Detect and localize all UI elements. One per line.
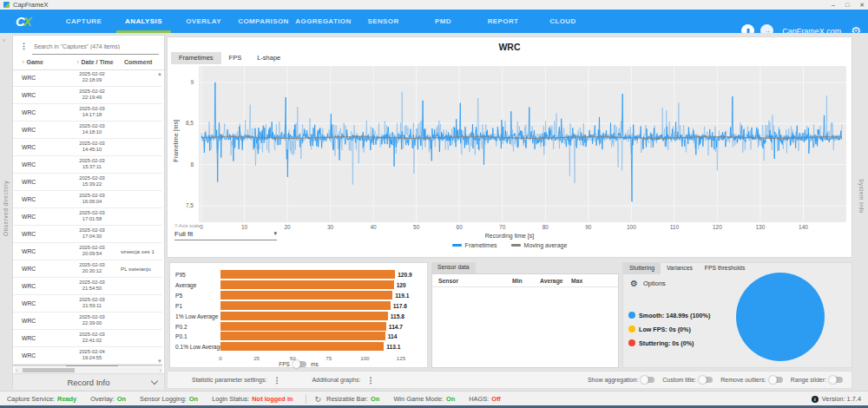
nav-tab-sensor[interactable]: SENSOR [353,10,413,33]
toggle-switch[interactable] [642,377,654,383]
observed-directory-vertical-label[interactable]: Observed directory [3,181,9,236]
sort-arrow-icon[interactable]: ↑ [76,59,80,65]
bar-label: P95 [175,272,186,278]
capture-list-menu-icon[interactable]: ⋮ [20,42,28,50]
capture-row[interactable]: WRC2025-02-0222:19:49 [13,87,162,104]
capture-row[interactable]: WRC2025-02-0314:45:10 [13,139,162,156]
toggle-switch[interactable] [831,377,843,383]
legend-item: Moving average [511,242,568,248]
info-icon[interactable]: i [812,396,819,403]
scrollbar-thumb[interactable] [23,368,75,372]
bar-label: P0.2 [175,324,187,330]
capture-row[interactable]: WRC2025-02-0317:01:58 [13,208,162,226]
status-item: Sensor Logging:On [140,395,198,403]
bar[interactable] [220,280,394,289]
nav-tab-comparison[interactable]: COMPARISON [233,10,293,33]
bar[interactable] [220,332,385,340]
bar-row: Average120 [170,280,427,290]
nav-tab-aggregation[interactable]: AGGREGATION [293,10,353,33]
capture-row[interactable]: WRC2025-02-0315:39:22 [13,174,162,191]
close-button[interactable]: ✕ [859,2,865,9]
scroll-left-icon[interactable]: ‹ [16,367,17,372]
chart-tab-l-shape[interactable]: L-shape [249,52,288,64]
tab-stuttering[interactable]: Stuttering [623,263,661,274]
capture-row[interactable]: WRC2025-02-0314:17:18 [13,104,162,122]
nav-tab-pmd[interactable]: PMD [413,10,473,33]
capture-row[interactable]: WRC2025-02-0321:59:11 [13,295,162,313]
toggle-switch[interactable] [700,377,713,383]
bar-x-tick-label: 0 [219,355,221,361]
bar[interactable] [220,291,392,299]
capture-game: WRC [22,144,36,150]
capture-game: WRC [22,266,36,272]
chart-tab-fps[interactable]: FPS [221,52,250,64]
frametime-plot[interactable] [199,66,846,222]
search-input[interactable] [32,39,159,55]
scroll-up-icon[interactable]: ▲ [157,71,162,76]
tab-variances[interactable]: Variances [661,263,699,274]
nav-tab-capture[interactable]: CAPTURE [54,10,114,33]
y-axis-scale-dropdown[interactable]: Full fit ▾ [174,230,277,240]
unit-toggle-switch[interactable] [294,361,306,367]
capture-row[interactable]: WRC2025-02-0322:39:00 [13,313,162,330]
capture-row[interactable]: WRC2025-02-0322:41:02 [13,330,162,347]
bar[interactable] [220,322,386,331]
system-info-vertical-label[interactable]: System Info [858,179,865,214]
bar[interactable] [220,301,391,310]
capture-table-header[interactable]: ↑ Game ↑ Date / Time Comment [13,55,164,70]
fps-ms-toggle[interactable]: FPS ms [170,361,427,367]
bar-label: P1 [175,303,182,309]
minimize-button[interactable]: – [832,2,835,8]
capture-row[interactable]: WRC2025-02-0419:34:08 [13,365,162,366]
capture-row[interactable]: WRC2025-02-0317:04:30 [13,226,162,243]
nav-tab-analysis[interactable]: ANALYSIS [114,10,174,33]
maximize-button[interactable]: □ [845,2,849,8]
capture-row[interactable]: WRC2025-02-0321:54:50 [13,278,162,295]
record-info-expander[interactable]: Record Info [13,373,164,390]
scroll-down-icon[interactable]: ▼ [157,359,162,364]
statusbar: Capture Service:ReadyOverlay:OnSensor Lo… [0,391,868,406]
capture-row[interactable]: WRC2025-02-0315:37:11 [13,156,162,174]
capture-datetime: 2025-02-0322:41:02 [67,332,117,345]
status-label: Sensor Logging: [140,395,187,403]
capture-datetime: 2025-02-0315:37:11 [67,158,117,171]
capture-row[interactable]: WRC2025-02-0222:18:09 [13,69,162,87]
tab-sensor-data[interactable]: Sensor data [431,262,476,273]
toggle-switch[interactable] [771,377,783,383]
bar[interactable] [220,312,388,320]
capture-row[interactable]: WRC2025-02-0320:09:54szwecja oes 1 [13,243,162,260]
capture-row[interactable]: WRC2025-02-0419:24:55 [13,347,162,365]
nav-tab-report[interactable]: REPORT [473,10,533,33]
capture-row[interactable]: WRC2025-02-0320:30:12PL swietanjo [13,260,162,278]
stutter-legend: Smooth: 148.99s (100%)Low FPS: 0s (0%)St… [628,308,710,350]
tab-fps-thresholds[interactable]: FPS thresholds [699,263,751,274]
capture-comment: szwecja oes 1 [121,248,155,254]
nav-tab-overlay[interactable]: OVERLAY [174,10,233,33]
legend-dot-icon [628,312,635,319]
stutter-options-button[interactable]: ⚙ Options [630,279,666,288]
kebab-menu-icon[interactable]: ⋮ [273,376,280,385]
right-strip: System Info [855,33,868,391]
horizontal-scrollbar[interactable]: ‹ › [15,367,162,373]
refresh-icon[interactable]: ↻ [315,395,322,404]
bar[interactable] [220,342,384,351]
bar-row: 0.1% Low Average113.1 [170,342,427,352]
capture-row[interactable]: WRC2025-02-0316:06:04 [13,191,162,208]
bar[interactable] [220,270,395,279]
status-label: Resizable Bar: [326,395,368,403]
nav-tab-cloud[interactable]: CLOUD [533,10,593,33]
status-value: Ready [57,395,76,403]
capture-row[interactable]: WRC2025-02-0314:18:10 [13,122,162,139]
bar-x-tick-label: 25 [253,355,260,361]
captures-sidebar: ⋮ ↑ Game ↑ Date / Time Comment WRC2025-0… [12,35,165,389]
collapse-sidebar-chevron-icon[interactable]: › [3,36,5,44]
chart-tab-frametimes[interactable]: Frametimes [171,52,221,64]
bar-label: P0.1 [175,333,187,339]
kebab-menu-icon[interactable]: ⋮ [366,376,374,385]
status-value: On [371,395,379,403]
capframex-window: CapFrameX – □ ✕ CX CAPTUREANALYSISOVERLA… [0,0,868,408]
scroll-right-icon[interactable]: › [160,367,161,372]
status-divider [306,395,306,404]
sort-arrow-icon[interactable]: ↑ [22,59,25,65]
capframex-logo: CX [16,14,54,29]
